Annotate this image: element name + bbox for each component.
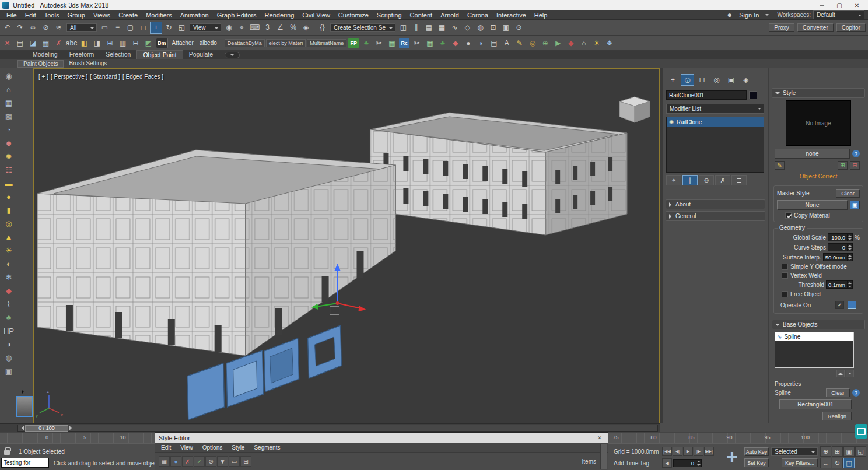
text-tool-icon[interactable]: A: [501, 37, 513, 49]
style-editor-menu-item[interactable]: Segments: [249, 444, 285, 451]
camera-tool-icon[interactable]: ◉: [3, 69, 15, 83]
teapot-icon[interactable]: ◔: [3, 123, 15, 136]
swirl-tool-icon[interactable]: ✹: [3, 150, 15, 163]
bw-sphere-icon[interactable]: ◑: [3, 338, 15, 351]
home-shape-icon[interactable]: ⌂: [3, 83, 15, 96]
rectangular-selection-icon[interactable]: ▢: [124, 22, 136, 34]
viewport-pov-menu[interactable]: [ Perspective ]: [51, 73, 88, 80]
menu-item[interactable]: Interactive: [492, 12, 530, 19]
spinner-down-icon[interactable]: [848, 257, 852, 261]
surface-interp-spinner[interactable]: 50.0mm: [823, 253, 853, 261]
spinner-snap-icon[interactable]: ◈: [300, 22, 312, 34]
redo-icon[interactable]: ↷: [14, 22, 26, 34]
object-name-field[interactable]: [666, 90, 747, 100]
style-slot-button[interactable]: none: [775, 149, 850, 159]
rollout-about[interactable]: About: [666, 199, 765, 209]
base-objects-list-item[interactable]: ∿ Spline: [775, 332, 853, 341]
menu-item[interactable]: Graph Editors: [213, 12, 261, 19]
modifier-stack-item-railclone[interactable]: ◉ RailClone: [667, 117, 764, 127]
add-time-tag-button[interactable]: Add Time Tag: [614, 460, 649, 467]
zoom-region-icon[interactable]: ◱: [855, 446, 866, 457]
menu-item[interactable]: Animation: [176, 12, 213, 19]
albedo-button[interactable]: albedo: [197, 40, 220, 46]
delete-tool-icon[interactable]: ✕: [1, 37, 13, 49]
hp-tool-icon[interactable]: HP: [3, 324, 15, 338]
select-object-icon[interactable]: ▭: [99, 22, 111, 34]
viewport-layout-tab[interactable]: [16, 396, 33, 417]
ribbon-minimize-button[interactable]: [225, 52, 240, 58]
move-item-down-button[interactable]: [846, 370, 854, 377]
cone-primitive-icon[interactable]: ▲: [3, 230, 15, 244]
utilities-tab[interactable]: ◈: [739, 74, 752, 86]
key-filters-button[interactable]: Key Filters...: [782, 458, 818, 467]
pattern-shape-icon[interactable]: ▩: [3, 110, 15, 123]
import-style-icon[interactable]: ⊞: [838, 161, 848, 170]
bird-icon[interactable]: ◗: [475, 37, 487, 49]
global-scale-spinner[interactable]: 100.0: [828, 233, 853, 241]
object-color-swatch[interactable]: [749, 91, 757, 99]
menu-item[interactable]: File: [2, 12, 21, 19]
spinner-down-icon[interactable]: [848, 237, 852, 241]
style-editor-window[interactable]: Style Editor ✕ EditViewOptionsStyleSegme…: [155, 432, 608, 470]
minimize-button[interactable]: ─: [813, 0, 831, 10]
sign-in-menu[interactable]: Sign In: [735, 12, 763, 19]
building-left[interactable]: [37, 150, 396, 356]
menu-item[interactable]: Scripting: [373, 12, 406, 19]
style-editor-menu-item[interactable]: Options: [198, 444, 227, 451]
geosphere-icon[interactable]: ◐: [3, 257, 15, 271]
operate-on-splines-toggle[interactable]: ✓: [835, 301, 844, 309]
spinner-down-icon[interactable]: [848, 285, 852, 288]
tab-object-paint[interactable]: Object Paint: [136, 50, 183, 59]
multimat-name-button[interactable]: MultimatName: [307, 39, 346, 47]
building-right[interactable]: [370, 113, 627, 235]
style-editor-menu-item[interactable]: Style: [227, 444, 249, 451]
spinner-down-icon[interactable]: [696, 463, 701, 467]
previous-frame-button[interactable]: ◀|: [673, 447, 682, 456]
snowflake-icon[interactable]: ❄: [3, 271, 15, 284]
torus-primitive-icon[interactable]: ◎: [3, 217, 15, 230]
table2-icon[interactable]: ▦: [424, 37, 436, 49]
brush-icon[interactable]: ✎: [513, 37, 526, 49]
menu-item[interactable]: Tools: [40, 12, 64, 19]
big-plus-button[interactable]: +: [721, 444, 743, 469]
master-style-none-button[interactable]: None: [777, 200, 848, 210]
menu-item[interactable]: Civil View: [298, 12, 334, 19]
menu-item[interactable]: Create: [114, 12, 142, 19]
sphere-tool-icon[interactable]: ●: [462, 37, 474, 49]
menu-item[interactable]: Edit: [21, 12, 40, 19]
tree-icon[interactable]: ♣: [436, 37, 449, 49]
select-and-manipulate-icon[interactable]: ⌖: [236, 22, 248, 34]
reference-coordinate-dropdown[interactable]: View: [190, 23, 221, 32]
cut-icon[interactable]: ✂: [373, 37, 385, 49]
select-and-rotate-icon[interactable]: ↻: [163, 22, 175, 34]
plane-primitive-icon[interactable]: ▬: [3, 177, 15, 190]
bones-icon[interactable]: ⌇: [3, 297, 15, 311]
viewport-general-menu[interactable]: [ + ]: [38, 73, 48, 80]
go-to-start-button[interactable]: |◀◀: [662, 447, 672, 456]
mirror-icon[interactable]: ◫: [397, 22, 410, 34]
viewport-render-preset-menu[interactable]: [ Standard ]: [90, 73, 120, 80]
unlink-selection-icon[interactable]: ⊘: [40, 22, 52, 34]
pan-icon[interactable]: ↔: [820, 458, 831, 468]
base-objects-list[interactable]: ∿ Spline: [775, 332, 854, 368]
menu-item[interactable]: Views: [89, 12, 114, 19]
menu-item[interactable]: Corona: [463, 12, 492, 19]
select-and-scale-icon[interactable]: ◱: [176, 22, 188, 34]
go-to-end-button[interactable]: ▶▶|: [704, 447, 714, 456]
se-copy-icon[interactable]: ⊞: [240, 456, 251, 467]
half-right-icon[interactable]: ◨: [91, 37, 103, 49]
perspective-viewport[interactable]: [ + ][ Perspective ][ Standard ][ Edged …: [33, 68, 660, 423]
close-icon[interactable]: ✕: [595, 435, 604, 441]
operate-on-objects-toggle[interactable]: [848, 301, 856, 309]
ribbon-toggle-icon[interactable]: ▦: [436, 22, 448, 34]
window-crossing-toggle-icon[interactable]: ◻: [137, 22, 149, 34]
drop-icon[interactable]: ◆: [449, 37, 461, 49]
rendered-frame-icon[interactable]: ▣: [500, 22, 512, 34]
move-item-up-button[interactable]: [836, 370, 845, 377]
hierarchy-tab[interactable]: ⊟: [695, 74, 709, 86]
snaps-toggle-icon[interactable]: 3: [261, 22, 274, 34]
sun-light-icon[interactable]: ☀: [3, 244, 15, 257]
auto-key-button[interactable]: Auto Key: [744, 447, 769, 456]
style-editor-menu-item[interactable]: Edit: [156, 444, 176, 451]
tab-freeform[interactable]: Freeform: [64, 50, 100, 59]
